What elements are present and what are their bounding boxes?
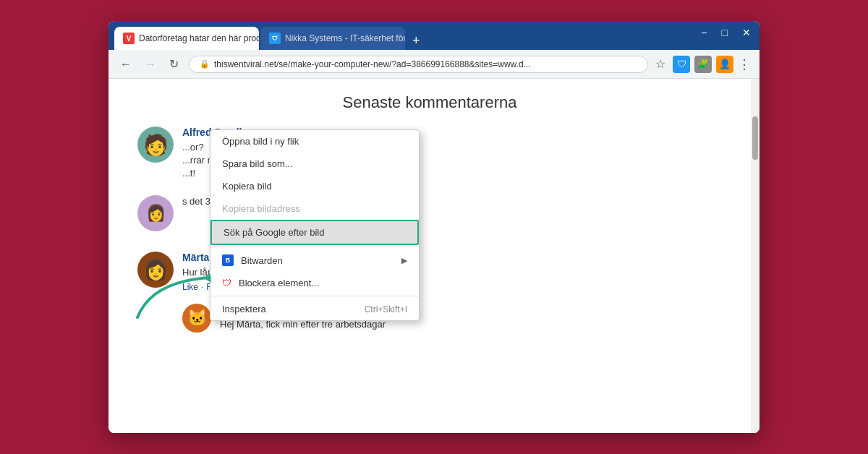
- page-content: Senaste kommentarerna 🧑 Alfred Sandberg …: [109, 79, 760, 433]
- tabs: V Datorföretag hatar den här prod... ✕ 🛡…: [114, 27, 760, 50]
- minimize-button[interactable]: −: [701, 27, 707, 38]
- context-divider-1: [210, 247, 419, 247]
- scrollbar-thumb[interactable]: [752, 116, 758, 160]
- tab-favicon-vivaldi: V: [123, 33, 135, 44]
- tab-active[interactable]: V Datorföretag hatar den här prod... ✕: [114, 27, 259, 50]
- tab-inactive-label: Nikka Systems - IT-säkerhet för ...: [285, 33, 405, 43]
- page-main: Senaste kommentarerna 🧑 Alfred Sandberg …: [109, 79, 751, 433]
- tab-inactive[interactable]: 🛡 Nikka Systems - IT-säkerhet för ... ✕: [260, 27, 405, 50]
- back-button[interactable]: ←: [117, 56, 135, 72]
- context-block-element[interactable]: 🛡 Blockera element...: [210, 272, 419, 294]
- context-divider-2: [210, 296, 419, 296]
- bitwarden-icon: B: [222, 254, 234, 266]
- close-button[interactable]: ✕: [742, 27, 751, 38]
- inspect-shortcut: Ctrl+Skift+I: [365, 304, 407, 314]
- avatar-marta: 👩: [137, 252, 174, 288]
- address-field[interactable]: 🔒 thiswentviral.net/se/make-your-compute…: [189, 56, 648, 73]
- scrollbar[interactable]: [751, 79, 760, 433]
- title-bar: V Datorföretag hatar den här prod... ✕ 🛡…: [109, 21, 760, 50]
- chevron-right-icon: ▶: [401, 256, 407, 265]
- block-icon: 🛡: [222, 278, 231, 288]
- window-controls: − □ ✕: [701, 27, 751, 38]
- toolbar-icons: 🛡 🧩 👤 ⋮: [673, 56, 751, 73]
- toolbar-icon-1[interactable]: 🛡: [673, 56, 690, 73]
- address-text: thiswentviral.net/se/make-your-computer-…: [214, 59, 637, 69]
- dot-separator-1: ·: [201, 282, 203, 292]
- toolbar-icon-puzzle[interactable]: 🧩: [694, 56, 712, 73]
- context-bitwarden[interactable]: B Bitwarden ▶: [210, 249, 419, 272]
- context-search-google[interactable]: Sök på Google efter bild: [210, 220, 419, 245]
- context-save-image[interactable]: Spara bild som...: [210, 153, 419, 175]
- context-inspect[interactable]: Inspektera Ctrl+Skift+I: [210, 298, 419, 320]
- avatar-axel: 🐱: [182, 304, 211, 333]
- context-menu: Öppna bild i ny flik Spara bild som... K…: [210, 129, 420, 321]
- new-tab-button[interactable]: +: [407, 33, 426, 48]
- avatar-alfred: 🧑: [137, 127, 174, 163]
- lock-icon: 🔒: [200, 59, 210, 69]
- context-copy-address[interactable]: Kopiera bildadress: [210, 197, 419, 220]
- star-icon[interactable]: ☆: [655, 57, 665, 71]
- toolbar-icon-person[interactable]: 👤: [716, 56, 733, 73]
- refresh-button[interactable]: ↻: [166, 56, 182, 72]
- tab-favicon-nikka: 🛡: [269, 33, 281, 44]
- context-open-new-tab[interactable]: Öppna bild i ny flik: [210, 130, 419, 153]
- forward-button[interactable]: →: [142, 56, 159, 72]
- like-link[interactable]: Like: [182, 282, 198, 292]
- context-copy-image[interactable]: Kopiera bild: [210, 175, 419, 197]
- menu-dots-button[interactable]: ⋮: [738, 56, 751, 72]
- tab-active-label: Datorföretag hatar den här prod...: [139, 33, 259, 43]
- address-bar: ← → ↻ 🔒 thiswentviral.net/se/make-your-c…: [109, 50, 760, 79]
- avatar-second: 👩: [137, 195, 174, 231]
- maximize-button[interactable]: □: [722, 27, 728, 38]
- browser-window: V Datorföretag hatar den här prod... ✕ 🛡…: [109, 21, 760, 433]
- page-title: Senaste kommentarerna: [137, 93, 722, 112]
